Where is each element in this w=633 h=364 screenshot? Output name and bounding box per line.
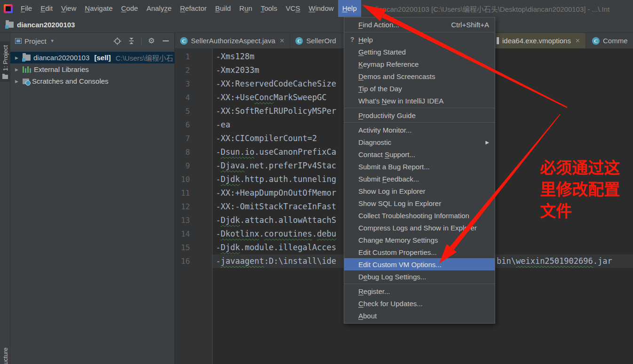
help-menu-item-change-memory-settings[interactable]: Change Memory Settings	[344, 234, 495, 246]
help-menu-item-productivity-guide[interactable]: Productivity Guide	[344, 109, 495, 121]
tree-item-diancan20200103[interactable]: ▶diancan20200103 [sell] C:\Users\编程小石	[10, 52, 174, 63]
tab-label: idea64.exe.vmoptions	[502, 37, 571, 45]
tool-button-structure[interactable]: Structure	[0, 348, 10, 364]
menu-item-label: Debug Log Settings...	[358, 273, 426, 281]
tab-label: Comme	[603, 37, 628, 45]
tab-sellerauthorizeaspect-java[interactable]: CSellerAuthorizeAspect.java✕	[175, 33, 290, 48]
help-menu-item-check-for-updates[interactable]: Check for Updates...	[344, 297, 495, 309]
menu-item-label: About	[358, 312, 377, 320]
annotation-line: 必须通过这	[540, 157, 620, 179]
help-menu-item-help[interactable]: ?Help	[344, 33, 495, 46]
line-number: 9	[175, 159, 190, 173]
tree-item-external-libraries[interactable]: ▶External Libraries	[10, 63, 174, 75]
libraries-icon	[23, 66, 31, 73]
help-menu-item-activity-monitor[interactable]: Activity Monitor...	[344, 124, 495, 136]
menu-item-label: What's New in IntelliJ IDEA	[358, 97, 443, 105]
navbar-project-name[interactable]: diancan20200103	[17, 21, 75, 29]
help-menu-item-show-sql-log-in-explorer[interactable]: Show SQL Log in Explorer	[344, 197, 495, 209]
collapse-all-icon[interactable]	[127, 37, 135, 45]
chevron-down-icon[interactable]: ▼	[50, 39, 55, 43]
class-file-icon: C	[295, 37, 303, 45]
tab-label: SellerOrd	[306, 37, 336, 45]
menu-item-label: Edit Custom Properties...	[358, 248, 437, 256]
annotation-line: 里修改配置	[540, 179, 620, 200]
menubar-items: FileEditViewNavigateCodeAnalyzeRefactorB…	[16, 0, 361, 17]
help-menu-item-getting-started[interactable]: Getting Started	[344, 46, 495, 58]
tree-item-scratches-and-consoles[interactable]: ▶Scratches and Consoles	[10, 75, 174, 87]
window-title: diancan20200103 [C:\Users\编程小石头\Desktop\…	[373, 4, 610, 14]
tree-item-label: Scratches and Consoles	[32, 77, 109, 85]
annotation-line: 文件	[540, 200, 620, 222]
expand-chevron-icon[interactable]: ▶	[15, 67, 20, 72]
line-number: 1	[175, 50, 190, 63]
menu-item-help[interactable]: Help	[338, 0, 361, 17]
line-number: 12	[175, 200, 190, 214]
menu-item-label: Register...	[358, 287, 390, 295]
left-tool-strip: 1: Project Structure	[0, 33, 10, 364]
menu-item-refactor[interactable]: Refactor	[176, 0, 211, 17]
help-menu-item-show-log-in-explorer[interactable]: Show Log in Explorer	[344, 185, 495, 197]
line-number: 14	[175, 227, 190, 241]
help-menu-item-compress-logs-and-show-in-explorer[interactable]: Compress Logs and Show in Explorer	[344, 222, 495, 234]
editor-gutter: 12345678910111213141516	[175, 48, 213, 364]
menu-item-edit[interactable]: Edit	[36, 0, 57, 17]
gear-icon[interactable]: ⚙	[147, 37, 156, 45]
help-menu-item-edit-custom-vm-options[interactable]: Edit Custom VM Options...	[344, 258, 495, 270]
tree-item-label: External Libraries	[34, 65, 89, 73]
ide-window: FileEditViewNavigateCodeAnalyzeRefactorB…	[0, 0, 633, 364]
help-menu-item-contact-support[interactable]: Contact Support...	[344, 148, 495, 160]
menu-separator	[344, 122, 495, 123]
menu-item-label: Compress Logs and Show in Explorer	[358, 224, 477, 232]
menu-item-label: Productivity Guide	[358, 111, 416, 119]
tab-sellerord[interactable]: CSellerOrd	[290, 33, 341, 48]
line-number: 5	[175, 104, 190, 118]
menu-item-label: Show SQL Log in Explorer	[358, 199, 441, 207]
menu-item-build[interactable]: Build	[211, 0, 235, 17]
help-menu-item-what-s-new-in-intellij-idea[interactable]: What's New in IntelliJ IDEA	[344, 95, 495, 107]
help-menu-item-find-action[interactable]: Find Action...Ctrl+Shift+A	[344, 18, 495, 31]
help-menu-item-debug-log-settings[interactable]: Debug Log Settings...	[344, 270, 495, 283]
intellij-logo-icon	[4, 4, 13, 13]
menu-item-code[interactable]: Code	[117, 0, 142, 17]
help-menu-item-submit-feedback[interactable]: Submit Feedback...	[344, 173, 495, 185]
help-menu-item-register[interactable]: Register...	[344, 285, 495, 297]
line-number: 11	[175, 186, 190, 200]
help-menu-item-keymap-reference[interactable]: Keymap Reference	[344, 58, 495, 70]
menu-item-vcs[interactable]: VCS	[281, 0, 304, 17]
project-panel-title[interactable]: Project	[24, 37, 47, 45]
close-tab-icon[interactable]: ✕	[279, 37, 285, 44]
project-panel-header: Project ▼ ⚙	[10, 33, 174, 49]
help-menu-item-demos-and-screencasts[interactable]: Demos and Screencasts	[344, 70, 495, 82]
help-menu-item-diagnostic[interactable]: Diagnostic▶	[344, 136, 495, 148]
menu-item-file[interactable]: File	[16, 0, 36, 17]
locate-file-icon[interactable]	[113, 37, 121, 45]
project-folder-icon	[6, 22, 14, 28]
project-view-icon	[15, 38, 22, 44]
line-number: 6	[175, 118, 190, 132]
help-icon: ?	[348, 36, 356, 43]
menu-item-navigate[interactable]: Navigate	[80, 0, 117, 17]
menu-item-window[interactable]: Window	[304, 0, 338, 17]
menu-item-analyze[interactable]: Analyze	[142, 0, 175, 17]
menu-item-tools[interactable]: Tools	[256, 0, 281, 17]
help-menu-item-submit-a-bug-report[interactable]: Submit a Bug Report...	[344, 160, 495, 173]
help-menu-item-about[interactable]: About	[344, 309, 495, 322]
hide-panel-icon[interactable]	[161, 37, 170, 45]
menu-item-label: Show Log in Explorer	[358, 187, 426, 195]
line-number: 3	[175, 77, 190, 91]
help-menu-item-tip-of-the-day[interactable]: Tip of the Day	[344, 82, 495, 95]
tab-comme[interactable]: CComme	[587, 33, 633, 48]
tool-button-project[interactable]: 1: Project	[0, 41, 10, 82]
tab-idea64-exe-vmoptions[interactable]: idea64.exe.vmoptions✕	[491, 33, 586, 48]
expand-chevron-icon[interactable]: ▶	[15, 79, 20, 84]
menu-item-label: Keymap Reference	[358, 60, 419, 68]
line-number: 16	[175, 254, 190, 268]
class-file-icon: C	[592, 37, 600, 45]
help-menu-item-edit-custom-properties[interactable]: Edit Custom Properties...	[344, 246, 495, 258]
close-tab-icon[interactable]: ✕	[575, 37, 580, 44]
help-menu-item-collect-troubleshooting-information[interactable]: Collect Troubleshooting Information	[344, 209, 495, 222]
menu-item-view[interactable]: View	[57, 0, 80, 17]
project-panel: Project ▼ ⚙ ▶diancan20200103 [sell] C:\U…	[10, 33, 175, 364]
menu-item-run[interactable]: Run	[235, 0, 257, 17]
expand-chevron-icon[interactable]: ▶	[15, 55, 20, 60]
